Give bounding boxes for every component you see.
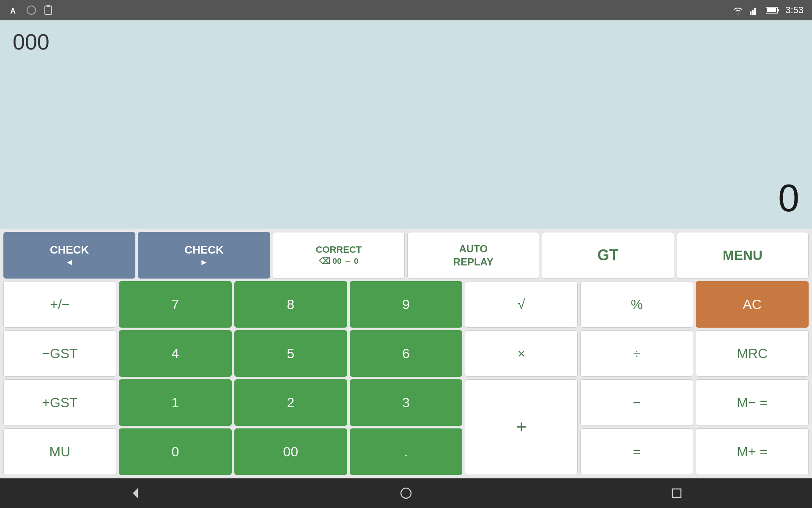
mu-button[interactable]: MU: [3, 428, 116, 475]
svg-rect-6: [754, 8, 756, 15]
plus-minus-button[interactable]: +/−: [3, 281, 116, 328]
ac-label: AC: [743, 297, 761, 312]
clipboard-icon: [42, 4, 54, 16]
m-plus-equals-label: M+ =: [737, 444, 768, 460]
mrc-button[interactable]: MRC: [696, 330, 809, 377]
svg-point-13: [401, 488, 411, 498]
battery-icon: [766, 6, 779, 14]
subtract-label: −: [633, 395, 641, 411]
00-label: 00: [283, 444, 298, 460]
svg-rect-8: [758, 6, 760, 15]
subtract-button[interactable]: −: [580, 379, 693, 426]
function-row: CHECK ◄ CHECK ► CORRECT ⌫ 00 → 0 AUTO RE…: [3, 232, 809, 279]
divide-button[interactable]: ÷: [580, 330, 693, 377]
back-button[interactable]: [123, 480, 148, 506]
0-label: 0: [171, 444, 179, 460]
status-icons-right: 3:53: [732, 5, 804, 16]
m-minus-equals-label: M− =: [737, 395, 768, 411]
1-label: 1: [171, 395, 179, 411]
multiply-label: ×: [518, 346, 526, 362]
check-left-label: CHECK: [50, 243, 89, 257]
dot-label: .: [404, 444, 408, 460]
app-container: 000 0 CHECK ◄ CHECK ► CORRECT ⌫ 00 → 0 A…: [0, 20, 812, 478]
2-button[interactable]: 2: [234, 379, 347, 426]
multiply-button[interactable]: ×: [465, 330, 578, 377]
sqrt-label: √: [518, 297, 525, 312]
plus-label: +: [516, 417, 527, 437]
1-button[interactable]: 1: [119, 379, 232, 426]
minus-gst-label: −GST: [42, 346, 77, 362]
plus-minus-label: +/−: [50, 297, 69, 312]
0-button[interactable]: 0: [119, 428, 232, 475]
circle-icon: [25, 4, 37, 16]
ac-button[interactable]: AC: [696, 281, 809, 328]
minus-gst-button[interactable]: −GST: [3, 330, 116, 377]
main-display: 0: [778, 177, 799, 220]
4-button[interactable]: 4: [119, 330, 232, 377]
equals-label: =: [633, 444, 641, 460]
auto-replay-line1: AUTO: [459, 242, 488, 255]
check-right-label: CHECK: [184, 243, 223, 257]
7-label: 7: [171, 297, 179, 312]
6-button[interactable]: 6: [350, 330, 463, 377]
nav-bar: [0, 478, 812, 508]
2-label: 2: [287, 395, 294, 411]
svg-rect-4: [750, 11, 752, 15]
3-button[interactable]: 3: [350, 379, 463, 426]
mu-label: MU: [49, 444, 71, 460]
svg-marker-12: [133, 488, 138, 498]
svg-rect-7: [756, 6, 758, 15]
9-button[interactable]: 9: [350, 281, 463, 328]
svg-rect-10: [778, 9, 779, 11]
wifi-icon: [732, 6, 744, 15]
recents-button[interactable]: [664, 480, 689, 506]
numpad: +/− 7 8 9 √ % AC −GST: [3, 281, 809, 475]
percent-button[interactable]: %: [580, 281, 693, 328]
dot-button[interactable]: .: [350, 428, 463, 475]
6-label: 6: [402, 346, 410, 362]
7-button[interactable]: 7: [119, 281, 232, 328]
m-plus-equals-button[interactable]: M+ =: [696, 428, 809, 475]
m-minus-equals-button[interactable]: M− =: [696, 379, 809, 426]
check-left-arrow: ◄: [65, 257, 74, 267]
svg-point-1: [27, 6, 36, 14]
plus-gst-button[interactable]: +GST: [3, 379, 116, 426]
8-button[interactable]: 8: [234, 281, 347, 328]
8-label: 8: [287, 297, 294, 312]
time-display: 3:53: [785, 5, 804, 16]
mrc-label: MRC: [737, 346, 768, 362]
status-icons-left: A: [8, 4, 54, 16]
sqrt-button[interactable]: √: [465, 281, 578, 328]
plus-button[interactable]: +: [465, 379, 578, 475]
check-right-arrow: ►: [200, 257, 208, 267]
gt-label: GT: [597, 246, 618, 264]
equals-button[interactable]: =: [580, 428, 693, 475]
display-area: 000 0: [0, 20, 812, 229]
svg-rect-2: [45, 6, 52, 14]
00-button[interactable]: 00: [234, 428, 347, 475]
correct-line1: CORRECT: [315, 244, 362, 256]
svg-rect-3: [47, 5, 50, 7]
check-right-button[interactable]: CHECK ►: [138, 232, 270, 279]
5-label: 5: [287, 346, 294, 362]
3-label: 3: [402, 395, 410, 411]
a-icon: A: [8, 4, 20, 16]
gt-button[interactable]: GT: [542, 232, 674, 279]
home-button[interactable]: [393, 480, 419, 506]
check-left-button[interactable]: CHECK ◄: [3, 232, 135, 279]
percent-label: %: [631, 297, 642, 312]
menu-button[interactable]: MENU: [677, 232, 809, 279]
status-bar: A: [0, 0, 812, 20]
svg-text:A: A: [10, 7, 16, 15]
signal-icon: [750, 6, 760, 15]
svg-rect-5: [752, 10, 754, 15]
5-button[interactable]: 5: [234, 330, 347, 377]
auto-replay-button[interactable]: AUTO REPLAY: [407, 232, 539, 279]
auto-replay-line2: REPLAY: [453, 255, 494, 268]
svg-rect-11: [767, 8, 776, 12]
9-label: 9: [402, 297, 410, 312]
4-label: 4: [171, 346, 179, 362]
correct-line2: ⌫ 00 → 0: [319, 256, 359, 267]
plus-gst-label: +GST: [42, 395, 77, 411]
correct-button[interactable]: CORRECT ⌫ 00 → 0: [273, 232, 405, 279]
